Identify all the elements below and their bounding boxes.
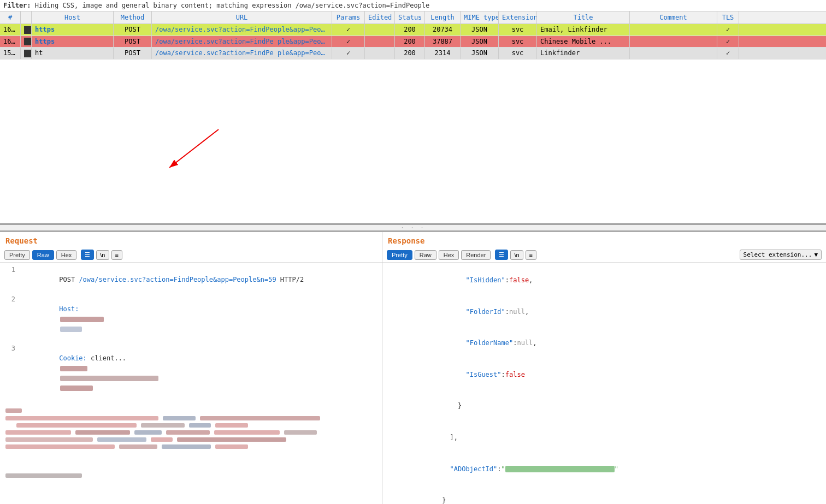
row-host: ht	[32, 48, 114, 59]
row-mime: JSON	[461, 48, 499, 59]
select-extension-dropdown[interactable]: Select extension... ▼	[740, 250, 822, 260]
filter-label: Filter:	[3, 2, 31, 9]
filter-value: Hiding CSS, image and general binary con…	[35, 2, 429, 9]
response-tab-render[interactable]: Render	[461, 250, 491, 260]
select-extension-label: Select extension...	[744, 251, 812, 258]
table-area: # Host Method URL Params Edited Status L…	[0, 11, 826, 224]
response-icon-menu[interactable]: ≡	[526, 250, 536, 260]
json-line: "IsGuest":false	[387, 359, 822, 391]
col-header-comment[interactable]: Comment	[630, 11, 717, 23]
row-mime: JSON	[461, 24, 499, 35]
response-pane: Response Pretty Raw Hex Render ☰ \n ≡ Se…	[382, 232, 826, 504]
json-line: "FolderId":null,	[387, 297, 822, 328]
request-content: 1 POST /owa/service.svc?action=FindPeopl…	[0, 263, 382, 504]
row-flag	[21, 24, 32, 35]
col-header-length[interactable]: Length	[425, 11, 461, 23]
svg-line-1	[169, 129, 219, 168]
response-tab-hex[interactable]: Hex	[439, 250, 459, 260]
row-method: POST	[114, 24, 152, 35]
col-header-method[interactable]: Method	[114, 11, 152, 23]
json-line: "IsHidden":false,	[387, 265, 822, 297]
col-header-url[interactable]: URL	[152, 11, 332, 23]
chevron-down-icon: ▼	[814, 251, 818, 258]
request-line-3: 3 Cookie: client...	[4, 343, 377, 402]
response-content: "IsHidden":false, "FolderId":null, "Fold…	[382, 263, 826, 504]
row-method: POST	[114, 48, 152, 59]
row-length: 37887	[425, 36, 461, 48]
row-tls: ✓	[717, 36, 739, 48]
request-icon-menu[interactable]: ≡	[111, 250, 122, 260]
row-mime: JSON	[461, 36, 499, 48]
json-line: }	[387, 485, 822, 504]
row-params: ✓	[332, 36, 365, 48]
request-icon-newline[interactable]: \n	[96, 250, 109, 260]
row-url: /owa/service.svc?action=FindPe ple&app=P…	[152, 48, 332, 59]
row-method: POST	[114, 36, 152, 48]
response-icon-newline[interactable]: \n	[510, 250, 523, 260]
request-toolbar: Pretty Raw Hex ☰ \n ≡	[0, 247, 382, 263]
col-header-num[interactable]: #	[0, 11, 21, 23]
row-params: ✓	[332, 48, 365, 59]
col-header-flag[interactable]	[21, 11, 32, 23]
row-edited	[365, 48, 395, 59]
row-tls: ✓	[717, 48, 739, 59]
row-comment	[630, 24, 717, 35]
table-row[interactable]: 1521 ht POST /owa/service.svc?action=Fin…	[0, 48, 826, 60]
red-arrow-table	[153, 124, 262, 189]
json-line: "FolderName":null,	[387, 328, 822, 359]
request-icon-list[interactable]: ☰	[81, 250, 94, 260]
request-redacted-area	[4, 406, 377, 482]
row-edited	[365, 24, 395, 35]
col-header-mime[interactable]: MIME type	[461, 11, 499, 23]
col-header-host[interactable]: Host	[32, 11, 114, 23]
request-pane: Request Pretty Raw Hex ☰ \n ≡ 1 POST /ow…	[0, 232, 382, 504]
row-num: 1605	[0, 36, 21, 48]
col-header-status[interactable]: Status	[395, 11, 425, 23]
row-params: ✓	[332, 24, 365, 35]
response-tab-raw[interactable]: Raw	[415, 250, 436, 260]
resize-handle[interactable]: · · ·	[0, 224, 826, 231]
row-tls: ✓	[717, 24, 739, 35]
row-flag	[21, 36, 32, 48]
response-title: Response	[382, 232, 826, 247]
row-comment	[630, 36, 717, 48]
table-body: 1633 https POST /owa/service.svc?action=…	[0, 24, 826, 124]
table-header: # Host Method URL Params Edited Status L…	[0, 11, 826, 24]
row-flag	[21, 48, 32, 59]
response-icon-list[interactable]: ☰	[495, 250, 508, 260]
resize-dots: · · ·	[400, 225, 425, 231]
table-row[interactable]: 1633 https POST /owa/service.svc?action=…	[0, 24, 826, 36]
row-url: /owa/service.svc?action=FindPeople&app=P…	[152, 24, 332, 35]
col-header-params[interactable]: Params	[332, 11, 365, 23]
col-header-title[interactable]: Title	[537, 11, 630, 23]
row-ext: svc	[499, 24, 537, 35]
table-row[interactable]: 1605 https POST /owa/service.svc?action=…	[0, 36, 826, 48]
col-header-ext[interactable]: Extension	[499, 11, 537, 23]
row-edited	[365, 36, 395, 48]
row-title: Chinese Mobile ...	[537, 36, 630, 48]
row-title: Email, Linkfinder	[537, 24, 630, 35]
row-length: 20734	[425, 24, 461, 35]
response-toolbar: Pretty Raw Hex Render ☰ \n ≡ Select exte…	[382, 247, 826, 263]
request-line-1: 1 POST /owa/service.svc?action=FindPeopl…	[4, 265, 377, 294]
row-title: Linkfinder	[537, 48, 630, 59]
json-line: ],	[387, 422, 822, 454]
col-header-edited[interactable]: Edited	[365, 11, 395, 23]
request-tab-pretty[interactable]: Pretty	[4, 250, 30, 260]
col-header-tls[interactable]: TLS	[717, 11, 739, 23]
row-url: /owa/service.svc?action=FindPe ple&app=P…	[152, 36, 332, 48]
request-tab-hex[interactable]: Hex	[56, 250, 77, 260]
request-tab-raw[interactable]: Raw	[32, 250, 54, 260]
row-status: 200	[395, 24, 425, 35]
row-length: 2314	[425, 48, 461, 59]
response-tab-pretty[interactable]: Pretty	[387, 250, 412, 260]
row-host: https	[32, 24, 114, 35]
row-num: 1633	[0, 24, 21, 35]
row-ext: svc	[499, 36, 537, 48]
row-host: https	[32, 36, 114, 48]
row-status: 200	[395, 48, 425, 59]
row-comment	[630, 48, 717, 59]
request-title: Request	[0, 232, 382, 247]
json-line: "ADObjectId":""	[387, 453, 822, 485]
row-ext: svc	[499, 48, 537, 59]
